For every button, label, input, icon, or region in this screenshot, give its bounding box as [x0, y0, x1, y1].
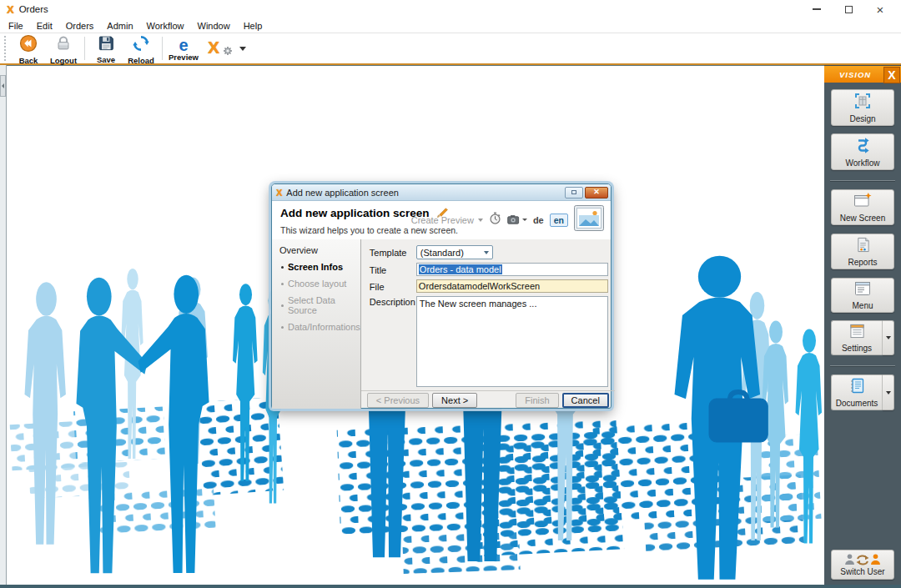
- template-select[interactable]: (Standard): [416, 245, 493, 259]
- menu-icon: [854, 281, 871, 299]
- chevron-down-icon: [478, 219, 483, 222]
- create-preview-dropdown[interactable]: Create Preview: [411, 215, 483, 225]
- app-logo-icon: X: [7, 3, 14, 16]
- preview-button[interactable]: e Preview: [166, 33, 201, 63]
- screen-preview-thumbnail[interactable]: [574, 205, 604, 234]
- settings-icon: [849, 324, 865, 342]
- title-label: Title: [370, 264, 416, 275]
- description-label: Description: [370, 296, 416, 307]
- vision-banner: VISION X: [824, 66, 901, 83]
- dialog-restore-button[interactable]: [565, 187, 583, 199]
- step-choose-layout[interactable]: Choose layout: [279, 279, 360, 289]
- reload-button[interactable]: Reload: [123, 33, 159, 63]
- settings-button-group: Settings: [831, 320, 894, 355]
- menu-edit[interactable]: Edit: [30, 20, 59, 32]
- documents-dropdown-caret[interactable]: [883, 374, 894, 410]
- visionx-tool-button[interactable]: X: [208, 38, 233, 58]
- screen-info-form: Template (Standard) Title Orders - data …: [361, 239, 615, 390]
- menu-orders[interactable]: Orders: [59, 20, 101, 32]
- workflow-button[interactable]: Workflow: [831, 133, 894, 170]
- back-button[interactable]: Back: [11, 33, 46, 63]
- new-screen-button[interactable]: New Screen: [831, 189, 894, 225]
- switch-user-button[interactable]: Switch User: [831, 550, 894, 580]
- menu-window[interactable]: Window: [191, 20, 237, 32]
- finish-button[interactable]: Finish: [516, 393, 558, 408]
- toolbar-separator: [162, 37, 163, 60]
- stopwatch-icon[interactable]: [489, 212, 501, 228]
- reload-icon: [132, 34, 150, 56]
- steps-header: Overview: [279, 245, 360, 255]
- save-button[interactable]: Save: [88, 33, 123, 63]
- language-en-button[interactable]: en: [550, 214, 568, 227]
- next-button[interactable]: Next >: [432, 393, 477, 408]
- menu-admin[interactable]: Admin: [100, 20, 139, 32]
- description-textarea[interactable]: The New screen manages ...: [416, 296, 608, 387]
- toolbar: Back Logout Save Reload e Preview X: [0, 33, 901, 63]
- visionx-logo-icon: X: [208, 38, 219, 57]
- wizard-steps: Overview Screen Infos Choose layout Sele…: [272, 239, 361, 409]
- settings-dropdown-caret[interactable]: [883, 320, 894, 355]
- new-screen-icon: [853, 193, 872, 212]
- design-icon: [854, 93, 871, 113]
- window-title: Orders: [19, 4, 48, 14]
- left-panel-strip: [0, 65, 7, 585]
- chevron-down-icon: [522, 219, 527, 221]
- dialog-close-button[interactable]: ✕: [585, 187, 608, 199]
- back-icon: [19, 34, 38, 56]
- documents-button[interactable]: Documents: [831, 374, 883, 410]
- reports-button[interactable]: Reports: [831, 234, 894, 269]
- camera-dropdown[interactable]: [507, 214, 527, 225]
- left-splitter-handle[interactable]: [0, 75, 6, 97]
- add-screen-dialog: X Add new application screen ✕ Add new a…: [271, 183, 612, 409]
- title-input[interactable]: Orders - data model: [416, 263, 608, 276]
- step-data-informations[interactable]: Data/Informations: [279, 322, 360, 332]
- camera-icon: [507, 214, 521, 225]
- workspace: X Add new application screen ✕ Add new a…: [7, 65, 824, 585]
- save-floppy-icon: [98, 34, 115, 55]
- design-button[interactable]: Design: [831, 89, 894, 126]
- dialog-titlebar[interactable]: X Add new application screen ✕: [272, 184, 611, 201]
- logout-lock-icon: [54, 34, 73, 56]
- preview-edge-icon: e: [179, 38, 188, 53]
- menu-file[interactable]: File: [3, 20, 30, 32]
- dialog-heading: Add new application screen: [280, 207, 430, 219]
- step-screen-infos[interactable]: Screen Infos: [279, 262, 360, 272]
- language-de-button[interactable]: de: [533, 215, 544, 225]
- reports-icon: [855, 237, 871, 256]
- dialog-header: Add new application screen This wizard h…: [272, 201, 611, 239]
- documents-icon: [850, 378, 864, 397]
- menu-bar: File Edit Orders Admin Workflow Window H…: [0, 18, 901, 33]
- minimize-button[interactable]: [801, 0, 833, 18]
- switch-user-icon: [844, 554, 881, 565]
- documents-button-group: Documents: [831, 374, 894, 410]
- dialog-title: Add new application screen: [286, 188, 399, 198]
- selected-text: Orders - data model: [419, 264, 502, 274]
- step-select-data-source[interactable]: Select Data Source: [279, 295, 360, 315]
- window-titlebar: X Orders ×: [0, 0, 901, 18]
- vision-brand: VISION: [839, 70, 871, 79]
- menu-workflow[interactable]: Workflow: [140, 20, 191, 32]
- previous-button[interactable]: < Previous: [367, 393, 429, 408]
- chevron-down-icon: [481, 246, 492, 259]
- side-panel: VISION X Design Workflow New Screen: [824, 65, 901, 585]
- workflow-icon: [854, 137, 871, 157]
- file-input[interactable]: OrdersdatamodelWorkScreen: [416, 279, 608, 293]
- toolbar-separator: [84, 37, 85, 60]
- menu-help[interactable]: Help: [237, 20, 269, 32]
- vision-x-logo-icon: X: [883, 67, 900, 83]
- cancel-button[interactable]: Cancel: [562, 393, 609, 408]
- template-label: Template: [370, 247, 416, 258]
- logout-button[interactable]: Logout: [46, 33, 81, 63]
- sidebar-divider: [830, 365, 895, 366]
- settings-button[interactable]: Settings: [831, 320, 883, 355]
- gear-icon: [223, 44, 233, 59]
- toolbar-dropdown-caret[interactable]: [239, 47, 246, 51]
- close-button[interactable]: ×: [864, 0, 896, 18]
- dialog-app-icon: X: [276, 188, 282, 198]
- menu-button[interactable]: Menu: [831, 278, 894, 313]
- file-label: File: [370, 281, 416, 292]
- maximize-button[interactable]: [833, 0, 864, 18]
- sidebar-divider: [830, 180, 895, 181]
- toolbar-grip[interactable]: [4, 36, 8, 61]
- wizard-footer: < Previous Next > Finish Cancel: [361, 390, 615, 409]
